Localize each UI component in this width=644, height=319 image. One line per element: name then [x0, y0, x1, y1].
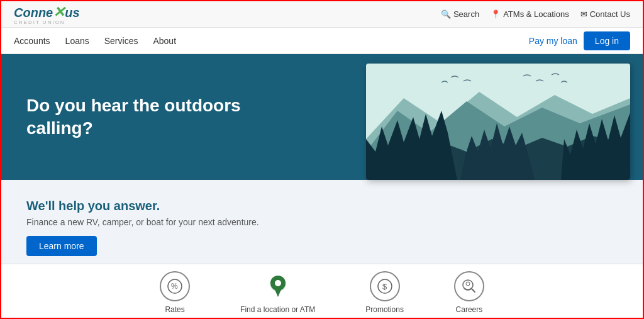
- learn-more-button[interactable]: Learn more: [26, 236, 97, 256]
- careers-icon: [461, 278, 477, 294]
- rates-icon-circle: %: [160, 271, 190, 301]
- promotions-icon-item[interactable]: $ Promotions: [365, 271, 404, 314]
- careers-label: Careers: [456, 305, 483, 314]
- nav-loans[interactable]: Loans: [65, 36, 89, 46]
- logo-subtitle: CREDIT UNION: [14, 20, 80, 25]
- contact-link[interactable]: ✉ Contact Us: [580, 9, 630, 19]
- careers-icon-item[interactable]: Careers: [454, 271, 484, 314]
- careers-icon-circle: [454, 271, 484, 301]
- promotions-icon: $: [377, 278, 393, 294]
- content-subheadline: We'll help you answer.: [26, 199, 618, 213]
- location-icon: 📍: [491, 9, 501, 19]
- svg-text:$: $: [382, 282, 387, 291]
- promotions-icon-circle: $: [370, 271, 400, 301]
- rates-label: Rates: [165, 305, 184, 314]
- top-bar: Conne✕us CREDIT UNION 🔍 Search 📍 ATMs & …: [1, 1, 643, 28]
- location-label: Find a location or ATM: [240, 305, 315, 314]
- main-nav-right: Pay my loan Log in: [529, 31, 630, 50]
- hero-text: Do you hear the outdoors calling?: [1, 54, 366, 180]
- svg-line-18: [472, 289, 475, 292]
- nav-about[interactable]: About: [153, 36, 176, 46]
- hero-image: [366, 64, 630, 180]
- search-link[interactable]: 🔍 Search: [441, 9, 479, 19]
- location-icon-wrap: [263, 271, 293, 301]
- logo-area: Conne✕us CREDIT UNION: [14, 4, 80, 25]
- hero-headline: Do you hear the outdoors calling?: [26, 94, 265, 140]
- location-icon-item[interactable]: Find a location or ATM: [240, 271, 315, 314]
- envelope-icon: ✉: [580, 9, 587, 19]
- atm-link[interactable]: 📍 ATMs & Locations: [491, 9, 569, 19]
- hero-section: Do you hear the outdoors calling?: [1, 54, 643, 180]
- svg-point-17: [466, 282, 470, 286]
- content-body: Finance a new RV, camper, or boat for yo…: [26, 217, 618, 227]
- landscape-illustration: [366, 64, 630, 180]
- main-nav: Accounts Loans Services About Pay my loa…: [1, 28, 643, 54]
- promotions-label: Promotions: [365, 305, 404, 314]
- content-section: We'll help you answer. Finance a new RV,…: [1, 180, 643, 264]
- bottom-icons-section: % Rates Find a location or ATM $ Promoti…: [1, 264, 643, 319]
- nav-accounts[interactable]: Accounts: [14, 36, 50, 46]
- svg-text:%: %: [171, 282, 178, 291]
- rates-icon: %: [167, 278, 183, 294]
- svg-marker-13: [274, 288, 282, 297]
- rates-icon-item[interactable]: % Rates: [160, 271, 190, 314]
- logo: Conne✕us CREDIT UNION: [14, 4, 80, 25]
- logo-x-icon: ✕: [53, 4, 65, 21]
- svg-point-12: [275, 280, 281, 286]
- location-pin-icon: [269, 274, 287, 298]
- nav-services[interactable]: Services: [104, 36, 138, 46]
- top-nav-right: 🔍 Search 📍 ATMs & Locations ✉ Contact Us: [441, 9, 630, 19]
- main-nav-links: Accounts Loans Services About: [14, 36, 176, 46]
- search-icon: 🔍: [441, 9, 451, 19]
- login-button[interactable]: Log in: [584, 31, 630, 50]
- pay-loan-link[interactable]: Pay my loan: [529, 36, 577, 46]
